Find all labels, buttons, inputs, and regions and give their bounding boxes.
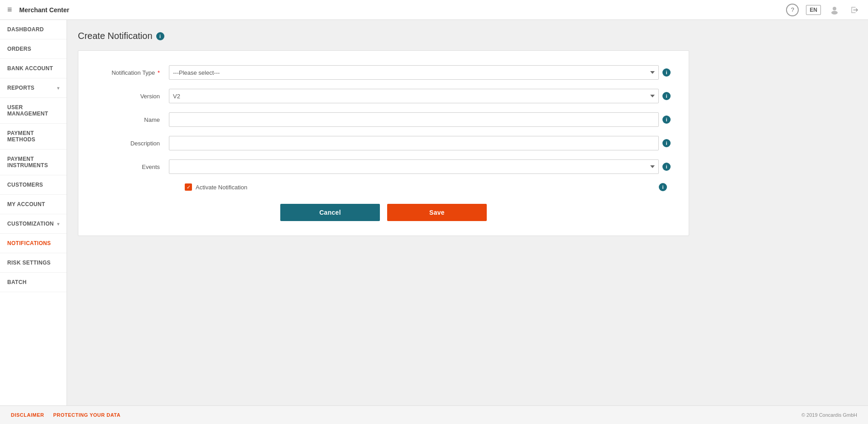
- notification-type-select[interactable]: ---Please select--- Type A Type B: [169, 65, 659, 80]
- sidebar-item-user-management[interactable]: USER MANAGEMENT: [0, 98, 67, 124]
- svg-point-0: [833, 7, 836, 10]
- name-label: Name: [96, 116, 169, 123]
- events-select[interactable]: [169, 159, 659, 174]
- page-title-info-icon[interactable]: i: [156, 32, 164, 40]
- events-row: Events i: [96, 159, 671, 174]
- version-info-icon[interactable]: i: [662, 92, 671, 100]
- logout-icon[interactable]: [848, 4, 861, 16]
- sidebar-item-my-account[interactable]: MY ACCOUNT: [0, 195, 67, 214]
- name-control: i: [169, 112, 671, 127]
- sidebar-item-payment-methods[interactable]: PAYMENT METHODS: [0, 124, 67, 149]
- chevron-down-icon: ▾: [57, 222, 59, 226]
- hamburger-icon[interactable]: ≡: [7, 5, 12, 14]
- sidebar-item-bank-account[interactable]: BANK ACCOUNT: [0, 59, 67, 78]
- notification-type-control: ---Please select--- Type A Type B i: [169, 65, 671, 80]
- save-button[interactable]: Save: [387, 204, 487, 221]
- name-input[interactable]: [169, 112, 659, 127]
- description-label: Description: [96, 140, 169, 147]
- sidebar-item-notifications[interactable]: NOTIFICATIONS: [0, 234, 67, 253]
- protecting-data-link[interactable]: PROTECTING YOUR DATA: [53, 412, 120, 418]
- footer-links: DISCLAIMER PROTECTING YOUR DATA: [11, 412, 120, 418]
- notification-type-row: Notification Type * ---Please select--- …: [96, 65, 671, 80]
- content-area: Create Notification i Notification Type …: [67, 20, 868, 405]
- events-label: Events: [96, 164, 169, 170]
- name-row: Name i: [96, 112, 671, 127]
- events-control: i: [169, 159, 671, 174]
- sidebar: DASHBOARD ORDERS BANK ACCOUNT REPORTS ▾ …: [0, 20, 67, 405]
- button-row: Cancel Save: [96, 204, 671, 221]
- notification-type-label: Notification Type *: [96, 69, 169, 76]
- sidebar-item-customers[interactable]: CUSTOMERS: [0, 175, 67, 195]
- activate-notification-label: Activate Notification: [196, 184, 247, 191]
- top-bar-right: ? EN: [786, 4, 861, 16]
- cancel-button[interactable]: Cancel: [280, 204, 380, 221]
- sidebar-item-customization[interactable]: CUSTOMIZATION ▾: [0, 214, 67, 234]
- activate-notification-info-icon[interactable]: i: [659, 183, 667, 191]
- language-button[interactable]: EN: [806, 5, 821, 15]
- merchant-title: Merchant Center: [19, 6, 69, 14]
- notification-type-info-icon[interactable]: i: [662, 68, 671, 77]
- page-title-row: Create Notification i: [78, 31, 857, 41]
- version-select[interactable]: V2 V1: [169, 89, 659, 103]
- sidebar-item-dashboard[interactable]: DASHBOARD: [0, 20, 67, 39]
- top-bar: ≡ Merchant Center ? EN: [0, 0, 868, 20]
- main-wrapper: DASHBOARD ORDERS BANK ACCOUNT REPORTS ▾ …: [0, 20, 868, 405]
- version-control: V2 V1 i: [169, 89, 671, 103]
- description-control: i: [169, 136, 671, 150]
- svg-point-1: [831, 11, 838, 14]
- description-info-icon[interactable]: i: [662, 139, 671, 147]
- activate-notification-wrap: ✓ Activate Notification: [185, 183, 247, 191]
- footer: DISCLAIMER PROTECTING YOUR DATA © 2019 C…: [0, 405, 868, 424]
- sidebar-item-batch[interactable]: BATCH: [0, 273, 67, 292]
- chevron-down-icon: ▾: [57, 86, 59, 91]
- sidebar-item-payment-instruments[interactable]: PAYMENT INSTRUMENTS: [0, 149, 67, 175]
- user-icon[interactable]: [828, 4, 841, 16]
- page-title: Create Notification: [78, 31, 153, 41]
- help-icon[interactable]: ?: [786, 4, 799, 16]
- disclaimer-link[interactable]: DISCLAIMER: [11, 412, 44, 418]
- description-row: Description i: [96, 136, 671, 150]
- sidebar-item-orders[interactable]: ORDERS: [0, 39, 67, 59]
- sidebar-item-risk-settings[interactable]: RISK SETTINGS: [0, 253, 67, 273]
- footer-copyright: © 2019 Concardis GmbH: [801, 412, 857, 418]
- name-info-icon[interactable]: i: [662, 116, 671, 124]
- description-input[interactable]: [169, 136, 659, 150]
- sidebar-item-reports[interactable]: REPORTS ▾: [0, 78, 67, 98]
- top-bar-left: ≡ Merchant Center: [7, 5, 69, 14]
- version-row: Version V2 V1 i: [96, 89, 671, 103]
- activate-notification-checkbox[interactable]: ✓: [185, 183, 192, 191]
- form-card: Notification Type * ---Please select--- …: [78, 50, 689, 236]
- events-info-icon[interactable]: i: [662, 163, 671, 171]
- version-label: Version: [96, 93, 169, 100]
